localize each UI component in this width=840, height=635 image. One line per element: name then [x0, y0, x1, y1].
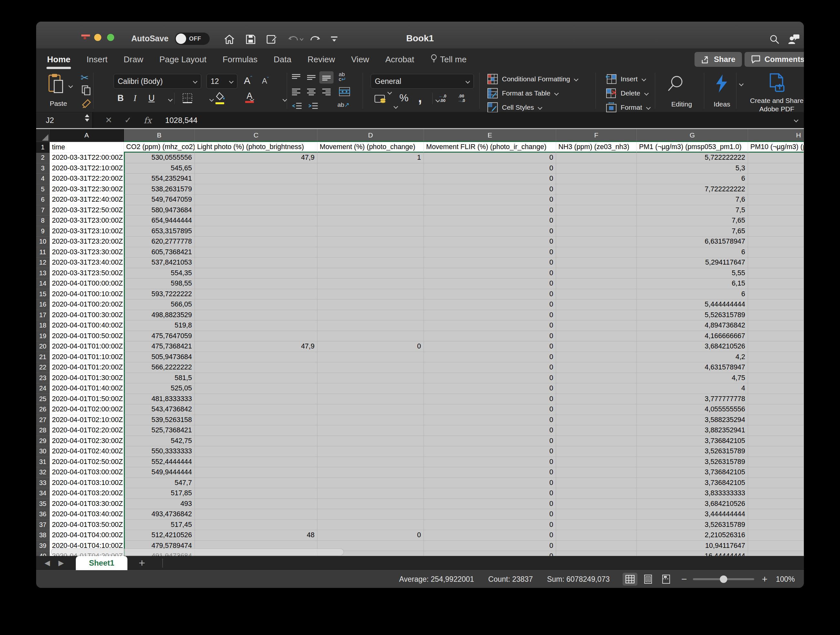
row-header-14[interactable]: 14 — [36, 278, 50, 289]
cell-A25[interactable]: 2020-04-01T01:50:00Z — [50, 394, 124, 404]
cell-B17[interactable]: 498,8823529 — [124, 310, 195, 321]
italic-button[interactable]: I — [134, 93, 136, 103]
cell-G13[interactable]: 5,55 — [637, 268, 748, 279]
cell-E26[interactable]: 0 — [424, 404, 556, 415]
cell-B26[interactable]: 543,4736842 — [124, 404, 195, 415]
cell-G6[interactable]: 7,6 — [637, 194, 748, 205]
cell-G24[interactable]: 4 — [637, 383, 748, 394]
cell-D37[interactable] — [317, 520, 424, 531]
cell-D19[interactable] — [317, 331, 424, 342]
menu-tab-view[interactable]: View — [351, 52, 370, 66]
row-header-18[interactable]: 18 — [36, 321, 50, 331]
row-header-23[interactable]: 23 — [36, 373, 50, 384]
column-header-E[interactable]: E — [424, 129, 556, 142]
align-center-button[interactable] — [306, 87, 316, 97]
cell-B14[interactable]: 598,55 — [124, 278, 195, 289]
align-middle-button[interactable] — [306, 73, 316, 83]
cell-C36[interactable] — [195, 509, 317, 520]
cell-B32[interactable]: 549,9444444 — [124, 467, 195, 478]
cell-D10[interactable] — [317, 237, 424, 247]
cell-D11[interactable] — [317, 247, 424, 258]
row-header-40[interactable]: 40 — [36, 551, 50, 556]
autosave-toggle[interactable]: OFF — [175, 33, 210, 45]
cell-B24[interactable]: 525,05 — [124, 383, 195, 394]
cell-F8[interactable] — [556, 216, 637, 226]
cell-F36[interactable] — [556, 509, 637, 520]
cell-B2[interactable]: 530,0555556 — [124, 153, 195, 163]
cell-E23[interactable]: 0 — [424, 373, 556, 384]
row-header-31[interactable]: 31 — [36, 457, 50, 468]
editing-button[interactable] — [667, 74, 685, 94]
cell-F18[interactable] — [556, 321, 637, 331]
cell-E34[interactable]: 0 — [424, 488, 556, 499]
cell-F34[interactable] — [556, 488, 637, 499]
cell-D28[interactable] — [317, 425, 424, 436]
cell-A8[interactable]: 2020-03-31T23:00:00Z — [50, 216, 124, 226]
cell-B13[interactable]: 554,35 — [124, 268, 195, 279]
cell-G25[interactable]: 3,777777778 — [637, 394, 748, 404]
cell-A11[interactable]: 2020-03-31T23:30:00Z — [50, 247, 124, 258]
cell-C1[interactable]: Light photo (%) (photo_brightness) — [195, 142, 317, 153]
column-header-B[interactable]: B — [124, 129, 195, 142]
cell-F14[interactable] — [556, 278, 637, 289]
column-header-G[interactable]: G — [637, 129, 748, 142]
cell-H15[interactable] — [748, 289, 804, 300]
cell-G30[interactable]: 3,526315789 — [637, 446, 748, 457]
column-header-F[interactable]: F — [556, 129, 637, 142]
column-header-H[interactable]: H — [748, 129, 804, 142]
cell-A36[interactable]: 2020-04-01T03:40:00Z — [50, 509, 124, 520]
row-header-19[interactable]: 19 — [36, 331, 50, 342]
cell-G31[interactable]: 3,526315789 — [637, 457, 748, 468]
cell-A27[interactable]: 2020-04-01T02:10:00Z — [50, 415, 124, 426]
cell-D13[interactable] — [317, 268, 424, 279]
row-header-9[interactable]: 9 — [36, 226, 50, 237]
cell-H3[interactable] — [748, 163, 804, 174]
cell-A7[interactable]: 2020-03-31T22:50:00Z — [50, 205, 124, 216]
cell-A15[interactable]: 2020-04-01T00:10:00Z — [50, 289, 124, 300]
menu-tab-acrobat[interactable]: Acrobat — [385, 52, 415, 66]
cell-B12[interactable]: 537,8421053 — [124, 257, 195, 268]
cell-A18[interactable]: 2020-04-01T00:40:00Z — [50, 321, 124, 331]
cell-F23[interactable] — [556, 373, 637, 384]
save-icon[interactable] — [245, 33, 257, 46]
save-as-icon[interactable] — [266, 33, 278, 46]
cell-A17[interactable]: 2020-04-01T00:30:00Z — [50, 310, 124, 321]
cell-F4[interactable] — [556, 174, 637, 184]
cell-D38[interactable]: 0 — [317, 530, 424, 541]
cell-C5[interactable] — [195, 184, 317, 195]
cell-C38[interactable]: 48 — [195, 530, 317, 541]
page-layout-view-button[interactable] — [641, 573, 655, 586]
cell-A6[interactable]: 2020-03-31T22:40:00Z — [50, 194, 124, 205]
cell-F1[interactable]: NH3 (ppm) (ze03_nh3) — [556, 142, 637, 153]
cancel-entry-icon[interactable]: ✕ — [105, 115, 112, 125]
cell-F24[interactable] — [556, 383, 637, 394]
text-orientation-button[interactable]: ab↗ — [338, 101, 349, 108]
cell-B11[interactable]: 605,7368421 — [124, 247, 195, 258]
cell-G26[interactable]: 4,055555556 — [637, 404, 748, 415]
cell-H33[interactable] — [748, 478, 804, 488]
bold-button[interactable]: B — [117, 93, 124, 103]
cell-H27[interactable] — [748, 415, 804, 426]
cell-D34[interactable] — [317, 488, 424, 499]
cell-A4[interactable]: 2020-03-31T22:20:00Z — [50, 174, 124, 184]
row-header-24[interactable]: 24 — [36, 383, 50, 394]
select-all-corner[interactable] — [36, 129, 50, 142]
share-people-icon[interactable] — [788, 33, 800, 46]
undo-menu-chevron-icon[interactable] — [298, 33, 305, 46]
column-header-D[interactable]: D — [317, 129, 424, 142]
cell-E16[interactable]: 0 — [424, 299, 556, 310]
row-header-22[interactable]: 22 — [36, 362, 50, 373]
cell-G18[interactable]: 4,894736842 — [637, 321, 748, 331]
cell-A5[interactable]: 2020-03-31T22:30:00Z — [50, 184, 124, 195]
cell-G2[interactable]: 5,722222222 — [637, 153, 748, 163]
font-size-select[interactable]: 12 — [207, 74, 237, 89]
cell-E28[interactable]: 0 — [424, 425, 556, 436]
cell-H7[interactable] — [748, 205, 804, 216]
percent-style-button[interactable]: % — [399, 92, 408, 104]
cell-E20[interactable]: 0 — [424, 341, 556, 352]
cell-H24[interactable] — [748, 383, 804, 394]
cell-D5[interactable] — [317, 184, 424, 195]
zoom-slider-thumb[interactable] — [720, 576, 727, 583]
cell-A24[interactable]: 2020-04-01T01:40:00Z — [50, 383, 124, 394]
cell-A30[interactable]: 2020-04-01T02:40:00Z — [50, 446, 124, 457]
